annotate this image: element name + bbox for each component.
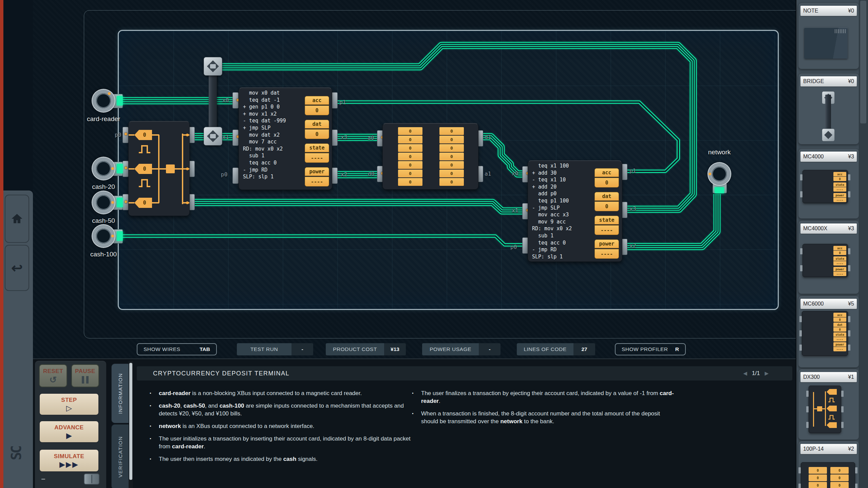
memory-cell: 0 [439,127,464,135]
memory-cell: 0 [439,170,464,177]
advance-button[interactable]: ADVANCE ▶ [39,421,99,443]
register-power: power---- [305,167,329,187]
part-mc6000[interactable]: MC6000¥5 acc0dat0state----power---- [798,296,859,368]
shenzhen-io-screen: mov x0 dat teq dat -1 + gen p1 0 0 + mov… [0,0,868,488]
next-page-icon[interactable]: ▶ [765,370,769,376]
bullet-item: ▪The user initializes a transaction by i… [150,435,411,450]
reset-button[interactable]: RESET ↺ [39,364,67,387]
part-bridge[interactable]: BRIDGE¥0 [798,73,859,144]
memory-cell: 0 [809,467,827,474]
status-bar: SHOW WIRESTAB TEST RUN- PRODUCT COST¥13 … [137,343,686,355]
terminal-label: cash-20 [66,183,141,191]
information-panel: CRYPTOCURRENCY DEPOSIT TERMINAL ◀ 1/1 ▶ … [133,359,796,488]
register-dat: dat0 [305,120,329,139]
parts-sidebar: NOTE¥0 BRIDGE¥0 MC4000¥3 acc0state----po… [796,0,868,488]
dx-trace [175,168,183,170]
part-mc4000x[interactable]: MC4000X¥3 acc0state----power---- [798,220,859,294]
terminal-network[interactable]: network [708,163,731,185]
puzzle-title: CRYPTOCURRENCY DEPOSIT TERMINAL [153,370,289,377]
step-icon: ▷ [66,405,72,412]
register-dat: dat0 [595,192,619,211]
memory-cell: 0 [398,153,422,160]
power-usage-stat: POWER USAGE- [422,343,501,355]
memory-cell: 0 [809,474,827,481]
terminal-ring [92,90,115,112]
bridge-top-end[interactable] [204,57,222,76]
speed-slider-handle[interactable] [84,473,99,485]
part-100p-14[interactable]: 100P-14¥2 0000 0000 [798,441,859,488]
terminal-pad [117,96,123,105]
terminal-label: cash-100 [66,251,141,258]
memory-cell: 0 [439,144,464,152]
dx-pin-dot [186,168,189,170]
bridge-bottom-end[interactable] [204,127,222,145]
terminal-label: network [682,149,757,156]
part-mc4000[interactable]: MC4000¥3 acc0state----power---- [798,149,859,219]
undo-icon: ↩ [11,260,23,276]
shenzhen-logo: SC [6,438,26,469]
terminal-cash-50[interactable]: cash-50 [92,191,115,214]
memory-cell: 0 [398,170,422,177]
memory-cell: 0 [830,467,849,474]
terminal-dot [111,167,114,170]
chip-mc6000-1[interactable]: mov x0 dat teq dat -1 + gen p1 0 0 + mov… [239,87,332,190]
show-wires-button[interactable]: SHOW WIRESTAB [137,343,217,355]
terminal-cash-100[interactable]: cash-100 [92,225,115,247]
code-editor[interactable]: teq x1 100 + add 30 - teq x1 10 + add 20… [532,162,572,260]
terminal-pad [117,164,123,173]
tab-information[interactable]: INFORMATION [111,364,129,423]
bottom-panel: RESET ↺ PAUSE STEP ▷ ADVANCE ▶ SIMULATE … [33,358,796,488]
part-note[interactable]: NOTE¥0 [798,3,859,69]
left-accent-strip [0,0,3,488]
info-scrollbar-thumb[interactable] [129,363,132,480]
memory-cell: 0 [830,482,849,488]
ram-column: 0000000 [439,127,464,186]
bullet-item: ▪The user finalizes a transaction by eje… [412,389,677,405]
dx-pin-dot [186,134,189,136]
terminal-card-reader[interactable]: card-reader [92,90,115,112]
dx-trace [152,168,166,170]
memory-cell: 0 [439,153,464,160]
step-button[interactable]: STEP ▷ [39,393,99,415]
terminal-ring [708,163,731,185]
terminal-pad [117,198,123,207]
register-power: power---- [595,239,619,259]
terminal-pad [117,231,123,241]
chip-mc6000-2[interactable]: teq x1 100 + add 30 - teq x1 10 + add 20… [528,160,622,262]
bullet-list-left: ▪card-reader is a non-blocking XBus inpu… [150,389,411,463]
lines-of-code-stat: LINES OF CODE27 [517,343,595,355]
home-icon [10,212,24,226]
terminal-pad [715,187,724,193]
terminal-dot [108,92,111,95]
memory-cell: 0 [398,127,422,135]
terminal-dot [111,201,114,204]
memory-cell: 0 [398,144,422,152]
bullet-item: ▪cash-20, cash-50, and cash-100 are simp… [150,402,411,417]
part-dx300[interactable]: DX300¥1 [798,369,859,440]
home-button[interactable] [5,195,29,243]
memory-cell: 0 [830,474,849,481]
prev-page-icon[interactable]: ◀ [743,370,747,376]
bullet-item: ▪The user then inserts money as indicate… [150,455,411,463]
simulate-button[interactable]: SIMULATE ▶▶▶ [39,449,99,472]
advance-icon: ▶ [66,432,72,439]
undo-button[interactable]: ↩ [5,245,29,291]
chip-dx300[interactable]: 0 0 0 [128,121,190,216]
tab-verification[interactable]: VERIFICATION [111,424,129,488]
bullet-list-right: ▪The user finalizes a transaction by eje… [412,389,677,425]
memory-cell: 0 [398,178,422,186]
bullet-item: ▪When a transaction is finished, the 8-d… [412,410,677,425]
terminal-dot [111,235,114,237]
code-editor[interactable]: mov x0 dat teq dat -1 + gen p1 0 0 + mov… [243,90,286,180]
chip-100p-14[interactable]: 0000000 0000000 [382,123,478,190]
puzzle-header: CRYPTOCURRENCY DEPOSIT TERMINAL ◀ 1/1 ▶ [137,366,792,380]
dx-pin-dot [186,201,189,204]
dx-junction-box [166,164,175,173]
show-profiler-button[interactable]: SHOW PROFILERR [615,343,686,355]
parts-scrollbar-thumb[interactable] [860,1,866,123]
dx-trace [129,168,134,170]
terminal-cash-20[interactable]: cash-20 [92,157,115,180]
register-panel: acc0 dat0 state---- power---- [305,96,329,187]
note-thumbnail [804,27,848,59]
pause-button[interactable]: PAUSE [71,364,99,387]
